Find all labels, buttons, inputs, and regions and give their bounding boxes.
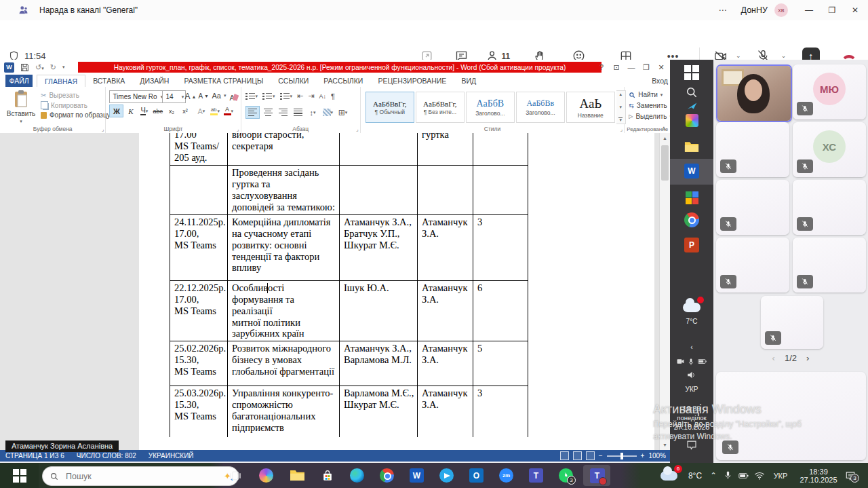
word-close-button[interactable]: ✕ xyxy=(654,63,669,72)
table-cell[interactable]: 6 xyxy=(473,280,528,341)
close-button[interactable]: ✕ xyxy=(844,0,867,20)
shading-button[interactable]: ▾ xyxy=(321,107,335,118)
action-center-icon[interactable] xyxy=(670,440,713,450)
underline-button[interactable]: Ч▾ xyxy=(138,105,151,117)
qat-customize-icon[interactable]: ▾ xyxy=(62,64,65,70)
tab-home[interactable]: ГЛАВНАЯ xyxy=(37,75,85,88)
copilot-icon[interactable] xyxy=(258,467,275,484)
web-layout-icon[interactable] xyxy=(586,451,595,460)
chrome-icon[interactable] xyxy=(378,467,395,484)
print-layout-icon[interactable] xyxy=(573,451,582,460)
highlight-color-button[interactable]: ab▾ xyxy=(208,105,221,117)
zoom-out-icon[interactable]: − xyxy=(599,452,603,459)
show-marks-button[interactable]: ¶ xyxy=(331,92,335,100)
line-spacing-button[interactable]: ↕▾ xyxy=(307,107,319,118)
table-cell[interactable]: 5 xyxy=(473,341,528,386)
replace-button[interactable]: ⇆ Заменить xyxy=(629,102,667,109)
table-cell[interactable]: Атаманчук З.А. xyxy=(418,214,473,280)
table-cell[interactable]: 3 xyxy=(473,386,528,437)
minimize-button[interactable]: — xyxy=(797,0,821,20)
bold-button[interactable]: Ж xyxy=(109,105,123,117)
vertical-scrollbar[interactable]: ▲ ▼ xyxy=(659,133,670,450)
table-cell[interactable] xyxy=(418,165,473,214)
paste-button[interactable]: Вставить▾ xyxy=(5,90,37,125)
tab-links[interactable]: ССЫЛКИ xyxy=(271,75,316,87)
word-icon[interactable]: W xyxy=(408,467,425,484)
style-heading2[interactable]: АаБбВв Заголово... xyxy=(516,92,565,123)
style-heading1[interactable]: АаБбВ Заголово... xyxy=(466,92,515,123)
powerpoint-icon[interactable]: P xyxy=(670,238,713,252)
sign-in-link[interactable]: Вход xyxy=(652,77,668,85)
style-normal[interactable]: АаБбВвГг, ¶ Обычный xyxy=(366,92,414,123)
table-cell[interactable]: Ішук Ю.А. xyxy=(340,280,418,341)
start-button[interactable] xyxy=(0,463,39,488)
self-view-tile[interactable] xyxy=(716,372,866,460)
subscript-button[interactable]: х₂ xyxy=(165,105,178,117)
speaker-icon[interactable] xyxy=(670,371,713,379)
grow-font-button[interactable]: А▲ xyxy=(184,92,196,101)
weather-icon[interactable] xyxy=(670,303,713,312)
increase-indent-icon[interactable]: ⇥ xyxy=(308,92,314,100)
read-mode-icon[interactable] xyxy=(560,451,569,460)
word-restore-button[interactable]: ❐ xyxy=(639,63,654,72)
notification-center-icon[interactable]: 3 xyxy=(842,467,859,484)
scrollbar-thumb[interactable] xyxy=(661,145,669,181)
clear-formatting-icon[interactable]: А xyxy=(229,91,237,103)
table-cell[interactable]: Варламова М.Є., Шкурат М.Є. xyxy=(340,386,418,437)
sort-button[interactable]: А↓ xyxy=(319,93,327,100)
zoom-level[interactable]: 100% xyxy=(648,452,666,459)
participant-tile[interactable] xyxy=(761,296,823,349)
gallery-expand-icon[interactable]: ▼ xyxy=(618,117,623,122)
ribbon-display-button[interactable]: ⊡ xyxy=(609,63,624,72)
restore-button[interactable]: ❐ xyxy=(821,0,844,20)
search-input[interactable] xyxy=(64,471,169,482)
zoom-slider-thumb[interactable] xyxy=(620,453,623,459)
styles-dialog-launcher[interactable]: ⌟ xyxy=(620,126,623,132)
gallery-down-icon[interactable]: ▼ xyxy=(618,105,623,109)
photos-icon[interactable] xyxy=(670,114,713,127)
table-cell[interactable]: Атаманчук З.А., Братчук У.П., Шкурат М.Є… xyxy=(340,214,418,280)
table-cell[interactable]: 25.03.2026р. 15.30, MS Teams xyxy=(170,386,228,437)
cut-button[interactable]: ✂ Вырезать xyxy=(41,92,79,99)
taskbar-clock[interactable]: 18:39 27.10.2025 xyxy=(799,468,838,484)
meet-icon[interactable] xyxy=(670,191,713,204)
align-center-button[interactable] xyxy=(262,107,275,118)
copy-button[interactable]: Копировать xyxy=(41,101,87,109)
table-cell[interactable]: 25.02.2026р. 15.30, MS Teams xyxy=(170,341,228,386)
tray-expand-icon[interactable]: ‹ xyxy=(670,343,713,351)
wifi-icon[interactable] xyxy=(753,467,766,484)
titlebar-more-button[interactable]: ⋯ xyxy=(711,0,734,20)
teams-active-icon[interactable]: T xyxy=(589,467,606,484)
status-language[interactable]: УКРАИНСКИЙ xyxy=(149,452,194,459)
scroll-up-icon[interactable]: ▲ xyxy=(660,133,670,143)
table-cell[interactable] xyxy=(473,165,528,214)
text-effects-button[interactable]: А▾ xyxy=(195,105,208,117)
tab-file[interactable]: ФАЙЛ xyxy=(5,75,33,87)
table-cell[interactable]: 24.11.2025р. 17.00, MS Teams xyxy=(170,214,228,280)
language-indicator[interactable]: УКР xyxy=(770,467,791,484)
whatsapp-icon[interactable]: 3 xyxy=(557,467,574,484)
italic-button[interactable]: К xyxy=(124,105,137,117)
font-size-combo[interactable]: 14▾ xyxy=(162,90,186,103)
redo-icon[interactable]: ↻ xyxy=(50,63,56,72)
font-dialog-launcher[interactable]: ⌟ xyxy=(237,126,239,132)
file-explorer-icon[interactable] xyxy=(289,467,306,484)
table-cell[interactable]: Атаманчук З.А., Варламова М.Л. xyxy=(340,341,418,386)
decrease-indent-icon[interactable]: ⇤ xyxy=(297,92,303,100)
numbering-button[interactable]: ▾ xyxy=(262,92,275,100)
status-page[interactable]: СТРАНИЦА 1 ИЗ 6 xyxy=(5,452,64,459)
chrome-icon[interactable] xyxy=(670,212,713,227)
style-no-spacing[interactable]: АаБбВвГг, ¶ Без инте... xyxy=(416,92,465,123)
camera-options-chevron[interactable]: ⌄ xyxy=(736,52,741,59)
participant-tile[interactable] xyxy=(716,180,789,235)
align-left-button[interactable] xyxy=(245,106,260,119)
format-painter-button[interactable]: Формат по образцу xyxy=(41,111,111,119)
table-cell[interactable]: вибори старости, секретаря xyxy=(228,133,340,165)
teams-icon[interactable]: T xyxy=(528,467,545,484)
table-cell[interactable] xyxy=(170,165,228,214)
style-title[interactable]: АаЬ Название xyxy=(566,92,615,123)
search-icon[interactable] xyxy=(670,86,713,99)
tab-design[interactable]: ДИЗАЙН xyxy=(132,75,176,87)
start-icon[interactable] xyxy=(670,65,713,80)
font-name-combo[interactable]: Times New Ro▾ xyxy=(109,90,165,103)
